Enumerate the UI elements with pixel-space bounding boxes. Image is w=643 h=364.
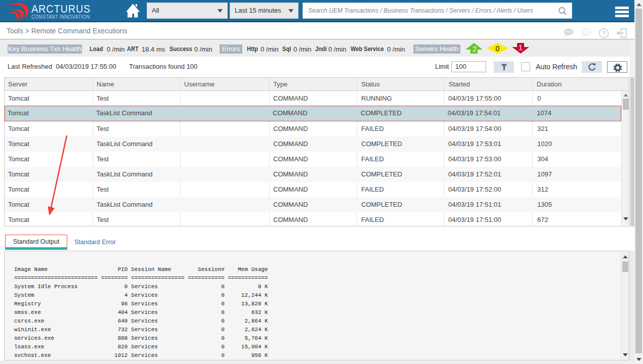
svg-text:2: 2 — [473, 45, 477, 53]
svg-text:0: 0 — [496, 44, 500, 53]
svg-text:?: ? — [602, 29, 606, 37]
svg-text:1: 1 — [519, 43, 523, 52]
